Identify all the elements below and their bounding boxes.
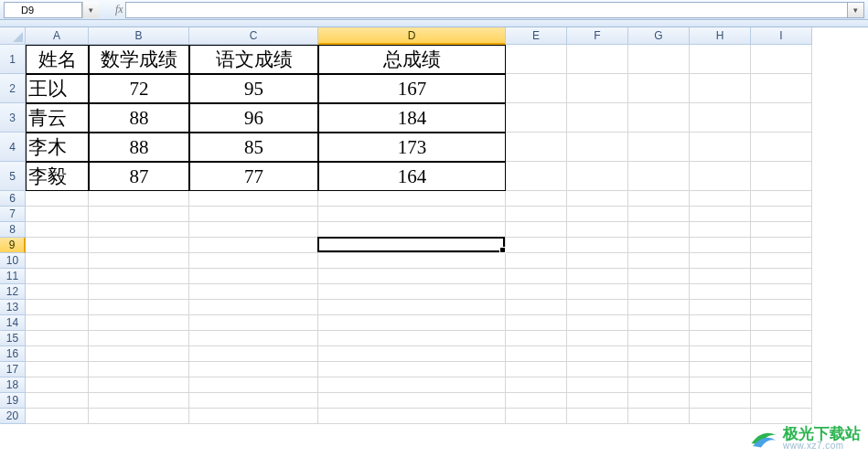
cell-I20[interactable] — [751, 409, 812, 424]
cell-A10[interactable] — [26, 253, 89, 269]
cell-C15[interactable] — [189, 331, 318, 346]
cell-A17[interactable] — [26, 362, 89, 377]
row-header-18[interactable]: 18 — [0, 377, 26, 393]
row-header-20[interactable]: 20 — [0, 409, 26, 424]
cell-G12[interactable] — [628, 284, 690, 300]
table-cell-B5[interactable]: 87 — [89, 162, 189, 191]
column-header-D[interactable]: D — [318, 27, 506, 45]
table-cell-A3[interactable]: 青云 — [26, 103, 89, 133]
cell-E20[interactable] — [506, 409, 567, 424]
table-cell-A2[interactable]: 王以 — [26, 74, 89, 103]
cell-D12[interactable] — [318, 284, 506, 300]
cell-I6[interactable] — [751, 191, 812, 207]
cell-B9[interactable] — [89, 238, 189, 253]
table-cell-D5[interactable]: 164 — [318, 162, 506, 191]
cell-H12[interactable] — [690, 284, 751, 300]
row-header-10[interactable]: 10 — [0, 253, 26, 269]
cell-D6[interactable] — [318, 191, 506, 207]
cell-C13[interactable] — [189, 300, 318, 315]
cell-E10[interactable] — [506, 253, 567, 269]
cell-B18[interactable] — [89, 377, 189, 393]
cell-G8[interactable] — [628, 222, 690, 238]
cell-B6[interactable] — [89, 191, 189, 207]
cell-A16[interactable] — [26, 346, 89, 362]
cell-E15[interactable] — [506, 331, 567, 346]
cell-D13[interactable] — [318, 300, 506, 315]
cell-F1[interactable] — [567, 45, 628, 74]
formula-input[interactable] — [125, 2, 848, 18]
cell-B10[interactable] — [89, 253, 189, 269]
cell-G11[interactable] — [628, 269, 690, 284]
table-header-C[interactable]: 语文成绩 — [189, 45, 318, 74]
cell-C12[interactable] — [189, 284, 318, 300]
cell-F7[interactable] — [567, 207, 628, 222]
cell-I9[interactable] — [751, 238, 812, 253]
table-cell-A4[interactable]: 李木 — [26, 133, 89, 162]
cell-F6[interactable] — [567, 191, 628, 207]
table-header-D[interactable]: 总成绩 — [318, 45, 506, 74]
table-cell-B2[interactable]: 72 — [89, 74, 189, 103]
column-header-I[interactable]: I — [751, 27, 812, 45]
cell-A12[interactable] — [26, 284, 89, 300]
cell-D20[interactable] — [318, 409, 506, 424]
cell-I18[interactable] — [751, 377, 812, 393]
cell-A14[interactable] — [26, 315, 89, 331]
cell-F12[interactable] — [567, 284, 628, 300]
cell-H18[interactable] — [690, 377, 751, 393]
cell-I10[interactable] — [751, 253, 812, 269]
row-header-2[interactable]: 2 — [0, 74, 26, 103]
name-box-dropdown[interactable]: ▾ — [82, 2, 99, 18]
cell-E14[interactable] — [506, 315, 567, 331]
cell-H5[interactable] — [690, 162, 751, 191]
cell-I3[interactable] — [751, 103, 812, 133]
cell-D8[interactable] — [318, 222, 506, 238]
cell-C19[interactable] — [189, 393, 318, 409]
cell-E7[interactable] — [506, 207, 567, 222]
cell-A8[interactable] — [26, 222, 89, 238]
cell-B20[interactable] — [89, 409, 189, 424]
table-header-B[interactable]: 数学成绩 — [89, 45, 189, 74]
select-all-corner[interactable] — [0, 27, 26, 45]
cell-E16[interactable] — [506, 346, 567, 362]
cell-E4[interactable] — [506, 133, 567, 162]
cell-C7[interactable] — [189, 207, 318, 222]
cell-H10[interactable] — [690, 253, 751, 269]
cell-G1[interactable] — [628, 45, 690, 74]
cell-D14[interactable] — [318, 315, 506, 331]
cell-G7[interactable] — [628, 207, 690, 222]
table-cell-C5[interactable]: 77 — [189, 162, 318, 191]
cell-I15[interactable] — [751, 331, 812, 346]
cell-E19[interactable] — [506, 393, 567, 409]
cell-F10[interactable] — [567, 253, 628, 269]
cell-I7[interactable] — [751, 207, 812, 222]
cell-F20[interactable] — [567, 409, 628, 424]
cell-H17[interactable] — [690, 362, 751, 377]
cell-E8[interactable] — [506, 222, 567, 238]
row-header-6[interactable]: 6 — [0, 191, 26, 207]
cell-F11[interactable] — [567, 269, 628, 284]
cell-F2[interactable] — [567, 74, 628, 103]
cell-E17[interactable] — [506, 362, 567, 377]
cell-H13[interactable] — [690, 300, 751, 315]
column-header-E[interactable]: E — [506, 27, 567, 45]
cell-F16[interactable] — [567, 346, 628, 362]
cell-F18[interactable] — [567, 377, 628, 393]
cell-A6[interactable] — [26, 191, 89, 207]
cell-I8[interactable] — [751, 222, 812, 238]
table-cell-A5[interactable]: 李毅 — [26, 162, 89, 191]
cell-G14[interactable] — [628, 315, 690, 331]
row-header-3[interactable]: 3 — [0, 103, 26, 133]
cell-D17[interactable] — [318, 362, 506, 377]
cell-H2[interactable] — [690, 74, 751, 103]
cell-B19[interactable] — [89, 393, 189, 409]
cell-G3[interactable] — [628, 103, 690, 133]
cell-I13[interactable] — [751, 300, 812, 315]
table-cell-D3[interactable]: 184 — [318, 103, 506, 133]
cell-B17[interactable] — [89, 362, 189, 377]
cell-H14[interactable] — [690, 315, 751, 331]
name-box[interactable]: D9 — [4, 2, 82, 18]
cell-C18[interactable] — [189, 377, 318, 393]
cell-H8[interactable] — [690, 222, 751, 238]
cell-E11[interactable] — [506, 269, 567, 284]
row-header-14[interactable]: 14 — [0, 315, 26, 331]
